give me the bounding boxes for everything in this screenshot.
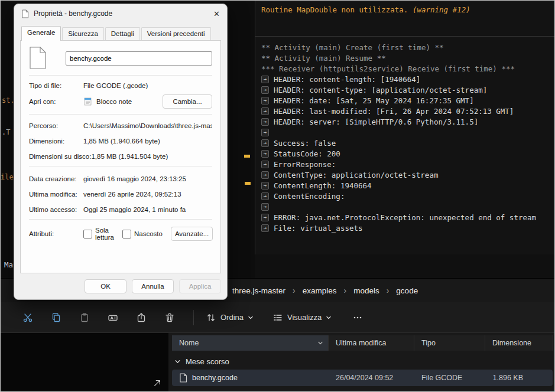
tab-generale[interactable]: Generale — [21, 26, 61, 41]
file-row-benchy-gcode[interactable]: benchy.gcode 26/04/2024 09:52 File GCODE… — [172, 370, 553, 386]
log-console: Routine MapDouble non utilizzata. (warni… — [255, 1, 555, 254]
log-arrow-icon: → — [261, 182, 269, 190]
log-line: →HEADER: server: [SimpleHTTP/0.6 Python/… — [255, 116, 555, 127]
close-button[interactable]: ✕ — [202, 6, 220, 21]
editor-text-fragment: .T — [2, 128, 10, 136]
log-line: → — [255, 127, 555, 138]
chevron-down-icon — [174, 358, 181, 365]
log-arrow-icon: → — [261, 86, 269, 94]
navigation-pane — [1, 333, 168, 392]
file-icon — [179, 373, 187, 383]
editor-bookmark-marker — [244, 155, 250, 158]
tab-sicurezza[interactable]: Sicurezza — [62, 27, 104, 40]
command-bar: Ordina Visualizza — [1, 302, 555, 333]
more-icon — [352, 312, 363, 323]
column-header-dimensione[interactable]: Dimensione — [485, 335, 553, 351]
paste-button[interactable] — [73, 307, 96, 328]
readonly-checkbox-group: Sola lettura — [83, 227, 114, 241]
delete-button[interactable] — [158, 307, 181, 328]
view-label: Visualizza — [287, 313, 322, 322]
log-line: →File: virtual_assets — [255, 223, 555, 233]
log-arrow-icon: → — [261, 161, 269, 168]
readonly-label: Sola lettura — [95, 227, 114, 241]
more-button[interactable] — [346, 307, 369, 328]
share-icon — [136, 312, 147, 323]
editor-text-fragment: st. — [2, 96, 15, 104]
advanced-button[interactable]: Avanzate... — [171, 227, 213, 241]
chevron-down-icon — [248, 315, 254, 321]
file-name-cell: benchy.gcode — [172, 373, 329, 383]
sort-icon — [206, 312, 216, 323]
open-with-row: Apri con: Blocco note Cambia... — [29, 94, 212, 109]
log-line: →ContentType: application/octet-stream — [255, 169, 555, 180]
hidden-checkbox-group: Nascosto — [122, 230, 163, 239]
tab-dettagli[interactable]: Dettagli — [105, 27, 140, 40]
log-info-line: *** Receiver (httputils2service) Receive… — [255, 63, 555, 74]
column-headers: Nome Ultima modifica Tipo Dimensione — [172, 335, 553, 351]
rename-button[interactable] — [101, 307, 125, 328]
dialog-tabs: Generale Sicurezza Dettagli Versioni pre… — [21, 26, 212, 40]
log-arrow-icon: → — [261, 214, 269, 221]
cut-button[interactable] — [16, 307, 40, 328]
log-line: →StatusCode: 200 — [255, 148, 555, 159]
warning-line: Routine MapDouble non utilizzata. (warni… — [261, 5, 550, 14]
log-line: →Success: false — [255, 138, 555, 148]
change-button[interactable]: Cambia... — [163, 94, 212, 109]
breadcrumb-item[interactable]: models — [351, 285, 382, 296]
log-info-line: ** Activity (main) Create (first time) *… — [255, 42, 555, 53]
log-line: →ERROR: java.net.ProtocolException: unex… — [255, 212, 555, 223]
cut-icon — [22, 312, 33, 323]
breadcrumb-item[interactable]: examples — [300, 285, 339, 296]
copy-button[interactable] — [44, 307, 68, 328]
group-header-mese-scorso[interactable]: Mese scorso — [174, 354, 229, 368]
log-output: ** Activity (main) Create (first time) *… — [255, 37, 555, 233]
log-arrow-icon: → — [261, 139, 269, 147]
log-line: →HEADER: content-length: [1940664] — [255, 74, 555, 84]
log-arrow-icon: → — [261, 150, 269, 158]
log-info-line: ** Activity (main) Resume ** — [255, 53, 555, 63]
chevron-down-icon — [326, 315, 332, 321]
dialog-title: Proprietà - benchy.gcode — [34, 9, 112, 18]
dialog-buttons: OK Annulla Applica — [85, 279, 221, 293]
view-icon — [272, 312, 283, 323]
log-arrow-icon: → — [261, 203, 269, 211]
hidden-checkbox[interactable] — [122, 230, 131, 239]
trash-icon — [164, 312, 175, 323]
file-list-pane: Nome Ultima modifica Tipo Dimensione Mes… — [168, 333, 555, 392]
log-arrow-icon: → — [261, 224, 269, 232]
warning-number: (warning #12) — [413, 5, 470, 14]
dialog-title-bar: Proprietà - benchy.gcode ✕ — [14, 4, 227, 23]
breadcrumb-separator-icon: › — [293, 286, 296, 295]
editor-bookmark-marker — [245, 182, 251, 185]
filename-input[interactable] — [66, 51, 212, 66]
view-button[interactable]: Visualizza — [268, 309, 336, 326]
tab-versioni-precedenti[interactable]: Versioni precedenti — [141, 27, 211, 40]
ok-button[interactable]: OK — [85, 279, 126, 293]
sort-button[interactable]: Ordina — [201, 309, 258, 326]
file-type-cell: File GCODE — [414, 374, 485, 382]
created-row: Data creazione: giovedì 16 maggio 2024, … — [29, 173, 212, 185]
share-button[interactable] — [129, 307, 153, 328]
properties-dialog: Proprietà - benchy.gcode ✕ Generale Sicu… — [14, 4, 228, 300]
log-arrow-icon: → — [261, 118, 269, 126]
corner-arrow-icon — [153, 379, 161, 390]
sort-label: Ordina — [220, 313, 244, 322]
file-size-cell: 1.896 KB — [485, 374, 553, 382]
path-row: Percorso: C:\Users\Massimo\Downloads\thr… — [29, 120, 212, 132]
log-arrow-icon: → — [261, 97, 269, 104]
chevron-down-icon[interactable] — [317, 340, 323, 346]
readonly-checkbox[interactable] — [83, 230, 92, 239]
column-header-nome[interactable]: Nome — [172, 335, 329, 351]
breadcrumb-item[interactable]: three.js-master — [230, 285, 288, 296]
column-header-tipo[interactable]: Tipo — [414, 335, 485, 351]
breadcrumb-separator-icon: › — [387, 286, 390, 295]
warning-text: Routine MapDouble non utilizzata. — [261, 5, 413, 14]
cancel-button[interactable]: Annulla — [132, 279, 174, 293]
column-header-ultima-modifica[interactable]: Ultima modifica — [329, 335, 414, 351]
log-arrow-icon: → — [261, 171, 269, 179]
apply-button[interactable]: Applica — [179, 279, 221, 293]
log-line: →ContentEncoding: — [255, 191, 555, 201]
modified-row: Ultima modifica: venerdì 26 aprile 2024,… — [29, 188, 212, 200]
hidden-label: Nascosto — [134, 230, 163, 237]
breadcrumb-item[interactable]: gcode — [394, 285, 420, 296]
